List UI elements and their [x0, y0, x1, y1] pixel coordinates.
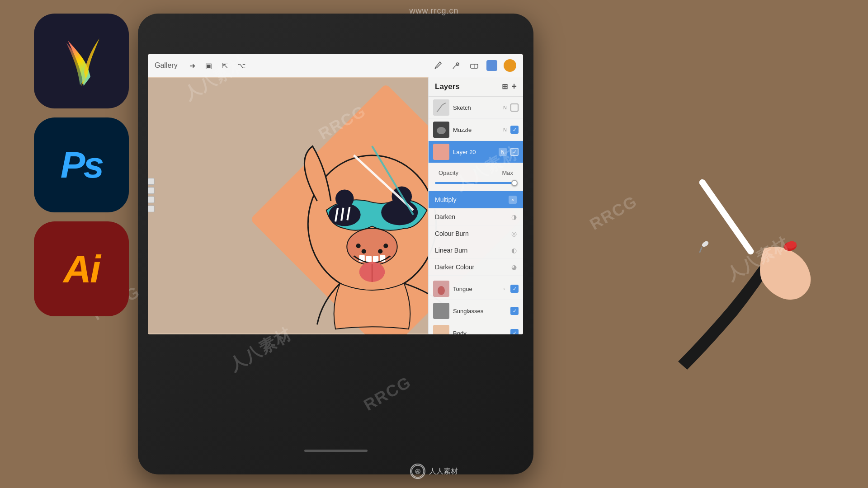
svg-point-35: [438, 286, 445, 295]
layers-button[interactable]: [486, 60, 497, 71]
blend-modes-list: Multiply × Darken ◑ Colour Burn: [429, 191, 523, 276]
gallery-button[interactable]: Gallery: [155, 61, 178, 70]
svg-text:㊋: ㊋: [415, 468, 420, 474]
layers-add-button[interactable]: +: [511, 81, 517, 92]
brush-tool-icon[interactable]: [432, 60, 444, 71]
watermark-site-name: 人人素材: [429, 467, 458, 476]
layers-panel-title: Layers ⊞ +: [429, 77, 523, 97]
toolbar-right-group: [432, 59, 516, 72]
blend-mode-colour-burn[interactable]: Colour Burn ◎: [429, 225, 523, 242]
layer-item-sketch[interactable]: Sketch N: [429, 97, 523, 119]
layer-20-options[interactable]: N: [499, 148, 507, 156]
layer-item-tongue[interactable]: Tongue › ✓: [429, 278, 523, 300]
watermark-logo-circle: ㊋: [410, 464, 425, 479]
layer-item-muzzle[interactable]: Muzzle N ✓: [429, 119, 523, 141]
darken-icon: ◑: [511, 213, 517, 221]
colour-burn-icon: ◎: [511, 230, 517, 237]
linear-burn-label: Linear Burn: [435, 247, 467, 254]
multiply-label: Multiply: [435, 196, 456, 203]
svg-point-11: [347, 229, 397, 265]
svg-rect-28: [148, 197, 154, 203]
svg-rect-33: [433, 144, 449, 160]
svg-rect-30: [433, 99, 449, 116]
layer-item-20[interactable]: Layer 20 N ✓: [429, 141, 523, 163]
layer-item-body[interactable]: Body ✓: [429, 322, 523, 334]
layer-muzzle-mode: N: [503, 127, 507, 132]
layers-heading: Layers: [435, 82, 460, 91]
layer-body-thumb: [433, 325, 449, 334]
layer-20-thumb: [433, 144, 449, 160]
layer-item-sunglasses[interactable]: Sunglasses ✓: [429, 300, 523, 322]
illustrator-label: Ai: [63, 247, 99, 291]
svg-point-18: [383, 244, 388, 248]
toolbar-select-icon[interactable]: ▣: [203, 60, 215, 71]
layer-sunglasses-name: Sunglasses: [453, 308, 507, 314]
darken-label: Darken: [435, 213, 455, 221]
website-label: www.rrcg.cn: [409, 6, 458, 16]
app-icons-container: Ps Ai: [34, 14, 129, 316]
layer-20-name: Layer 20: [453, 149, 495, 155]
layer-tongue-name: Tongue: [453, 286, 500, 292]
opacity-value: Max: [502, 169, 513, 176]
procreate-app-icon[interactable]: [34, 14, 129, 108]
procreate-logo: [47, 27, 115, 95]
layer-muzzle-thumb: [433, 122, 449, 138]
layer-tongue-visibility[interactable]: ✓: [510, 285, 519, 293]
blend-mode-linear-burn[interactable]: Linear Burn ◐: [429, 242, 523, 259]
smudge-tool-icon[interactable]: [450, 60, 462, 71]
multiply-active-icon: ×: [509, 196, 517, 204]
tablet-body: Gallery ➜ ▣ ⇱ ⌥: [138, 14, 533, 474]
tablet-device: Gallery ➜ ▣ ⇱ ⌥: [138, 14, 533, 474]
layer-muzzle-name: Muzzle: [453, 127, 500, 133]
layer-body-visibility[interactable]: ✓: [510, 329, 519, 334]
svg-rect-14: [373, 256, 378, 262]
darker-colour-label: Darker Colour: [435, 263, 474, 271]
svg-rect-29: [148, 206, 154, 212]
layer-sketch-thumb: [433, 99, 449, 116]
tablet-toolbar: Gallery ➜ ▣ ⇱ ⌥: [148, 54, 523, 77]
layers-panel: Layers ⊞ + Sketch N: [428, 77, 523, 334]
layer-tongue-thumb: [433, 281, 449, 297]
linear-burn-icon: ◐: [511, 247, 517, 254]
opacity-row: Opacity Max: [433, 166, 519, 180]
layer-sketch-mode: N: [503, 105, 507, 110]
blend-mode-darker-colour[interactable]: Darker Colour ◕: [429, 259, 523, 276]
layers-grid-icon[interactable]: ⊞: [502, 82, 508, 91]
svg-point-19: [378, 249, 382, 253]
colour-burn-label: Colour Burn: [435, 230, 469, 237]
svg-point-20: [335, 190, 354, 208]
toolbar-transform-icon[interactable]: ⌥: [236, 60, 247, 71]
opacity-slider-container[interactable]: [433, 182, 519, 189]
tablet-home-indicator: [304, 450, 368, 452]
darker-colour-icon: ◕: [511, 263, 517, 271]
hand-stylus-svg: [588, 45, 868, 407]
layer-body-name: Body: [453, 330, 507, 335]
svg-rect-36: [433, 303, 449, 319]
color-picker-button[interactable]: [504, 59, 516, 72]
hand-stylus-area: [588, 45, 868, 407]
eraser-tool-icon[interactable]: [468, 60, 480, 71]
toolbar-move-icon[interactable]: ⇱: [219, 60, 231, 71]
svg-rect-27: [148, 188, 154, 194]
layer-sketch-name: Sketch: [453, 104, 500, 111]
photoshop-app-icon[interactable]: Ps: [34, 117, 129, 212]
photoshop-label: Ps: [61, 144, 102, 186]
blend-mode-multiply[interactable]: Multiply ×: [429, 191, 523, 209]
svg-point-32: [437, 127, 446, 134]
illustrator-app-icon[interactable]: Ai: [34, 221, 129, 316]
layer-sunglasses-visibility[interactable]: ✓: [510, 307, 519, 315]
svg-rect-26: [148, 178, 154, 184]
layer-20-visibility[interactable]: ✓: [510, 148, 519, 156]
layer-muzzle-visibility[interactable]: ✓: [510, 126, 519, 134]
layer-sketch-visibility[interactable]: [510, 103, 519, 112]
svg-rect-13: [366, 256, 372, 262]
svg-point-17: [362, 249, 366, 253]
bottom-watermark: ㊋ 人人素材: [410, 464, 458, 479]
toolbar-arrow-icon[interactable]: ➜: [187, 60, 198, 71]
svg-rect-37: [433, 325, 449, 334]
tablet-screen: Gallery ➜ ▣ ⇱ ⌥: [148, 54, 523, 334]
svg-point-39: [701, 240, 710, 248]
layer-sunglasses-thumb: [433, 303, 449, 319]
opacity-section: Opacity Max: [429, 163, 523, 191]
blend-mode-darken[interactable]: Darken ◑: [429, 209, 523, 225]
